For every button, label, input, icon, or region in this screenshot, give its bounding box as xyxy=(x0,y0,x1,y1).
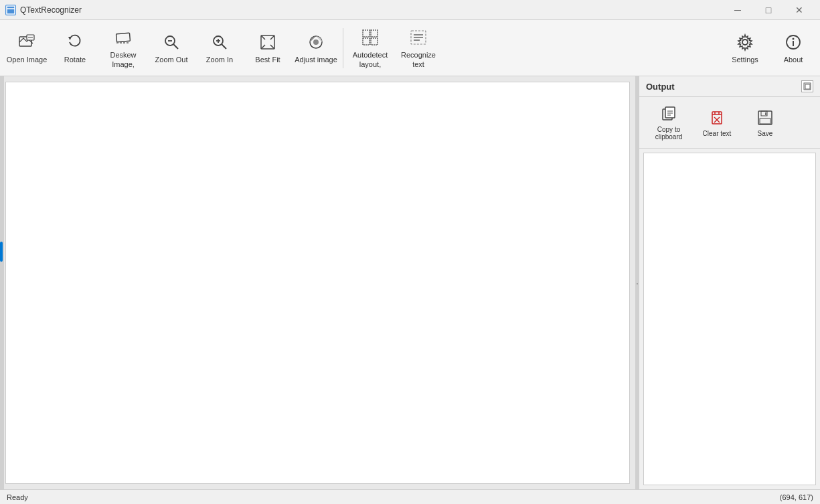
output-float-button[interactable] xyxy=(801,80,813,92)
svg-rect-20 xyxy=(363,38,370,45)
status-text: Ready xyxy=(7,493,28,501)
best-fit-button[interactable]: Best Fit xyxy=(244,23,292,74)
save-button[interactable]: Save xyxy=(741,101,789,144)
output-title: Output xyxy=(646,82,675,92)
toolbar-group-main: Open Image Rotate Deskew Image, xyxy=(3,20,442,76)
zoom-in-label: Zoom In xyxy=(206,56,233,64)
about-icon xyxy=(783,31,804,53)
autodetect-layout-label: Autodetect layout, xyxy=(349,51,392,68)
toolbar-group-right: Settings About xyxy=(721,20,817,76)
best-fit-icon xyxy=(257,31,278,53)
output-textarea[interactable] xyxy=(643,153,816,485)
open-image-button[interactable]: Open Image xyxy=(3,23,51,74)
svg-rect-21 xyxy=(371,38,378,45)
cursor-coords: (694, 617) xyxy=(780,493,813,501)
titlebar: QTextRecognizer ─ □ ✕ xyxy=(0,0,820,20)
recognize-text-button[interactable]: Recognize text xyxy=(394,23,442,74)
scroll-indicator xyxy=(0,242,3,262)
rotate-label: Rotate xyxy=(64,56,86,64)
main-toolbar: Open Image Rotate Deskew Image, xyxy=(0,20,820,76)
minimize-button[interactable]: ─ xyxy=(722,0,753,20)
save-icon xyxy=(756,108,774,127)
statusbar: Ready (694, 617) xyxy=(0,489,820,504)
svg-rect-31 xyxy=(805,84,810,89)
svg-rect-19 xyxy=(371,30,378,37)
deskew-image-icon xyxy=(112,27,134,48)
open-image-label: Open Image xyxy=(7,56,48,64)
svg-point-17 xyxy=(313,39,319,45)
titlebar-left: QTextRecognizer xyxy=(5,5,82,15)
deskew-image-label: Deskew Image, xyxy=(102,51,145,68)
svg-rect-33 xyxy=(665,107,675,118)
zoom-in-icon xyxy=(209,31,230,53)
window-controls: ─ □ ✕ xyxy=(722,0,815,20)
settings-label: Settings xyxy=(732,56,758,64)
output-textarea-area xyxy=(639,149,820,489)
svg-rect-0 xyxy=(7,6,15,14)
app-icon xyxy=(5,5,16,15)
open-image-icon xyxy=(16,31,37,53)
app-title: QTextRecognizer xyxy=(20,5,82,15)
svg-point-26 xyxy=(742,39,748,45)
about-label: About xyxy=(784,56,803,64)
toolbar-separator xyxy=(343,28,343,68)
zoom-in-button[interactable]: Zoom In xyxy=(195,23,244,74)
adjust-image-icon xyxy=(305,31,327,53)
settings-button[interactable]: Settings xyxy=(721,23,769,74)
deskew-image-button[interactable]: Deskew Image, xyxy=(99,23,147,74)
copy-to-clipboard-label: Copy to clipboard xyxy=(645,126,693,141)
svg-rect-45 xyxy=(760,118,770,124)
svg-marker-5 xyxy=(68,37,72,40)
clear-text-icon xyxy=(708,108,726,127)
adjust-image-button[interactable]: Adjust image xyxy=(292,23,340,74)
zoom-out-label: Zoom Out xyxy=(155,56,188,64)
image-canvas xyxy=(5,82,630,484)
recognize-text-label: Recognize text xyxy=(397,51,440,68)
clear-text-label: Clear text xyxy=(703,130,732,137)
output-panel: Output C xyxy=(639,76,820,489)
maximize-button[interactable]: □ xyxy=(753,0,784,20)
zoom-out-icon xyxy=(161,31,182,53)
clear-text-button[interactable]: Clear text xyxy=(693,101,741,144)
left-scrollbar xyxy=(0,76,4,489)
save-label: Save xyxy=(758,130,773,137)
best-fit-label: Best Fit xyxy=(255,56,280,64)
recognize-text-icon xyxy=(408,27,429,48)
svg-rect-18 xyxy=(363,30,370,37)
output-toolbar: Copy to clipboard Clear text xyxy=(639,97,820,149)
copy-to-clipboard-button[interactable]: Copy to clipboard xyxy=(645,101,693,144)
adjust-image-label: Adjust image xyxy=(295,56,337,64)
svg-rect-37 xyxy=(712,112,722,124)
rotate-button[interactable]: Rotate xyxy=(51,23,99,74)
rotate-icon xyxy=(64,31,86,53)
about-button[interactable]: About xyxy=(769,23,817,74)
output-header: Output xyxy=(639,76,820,97)
zoom-out-button[interactable]: Zoom Out xyxy=(147,23,195,74)
svg-point-29 xyxy=(793,37,795,39)
settings-icon xyxy=(734,31,756,53)
svg-line-14 xyxy=(222,44,226,49)
autodetect-layout-icon xyxy=(359,27,381,48)
main-area: ⋮ Output xyxy=(0,76,820,489)
svg-rect-6 xyxy=(116,33,131,42)
close-button[interactable]: ✕ xyxy=(784,0,815,20)
copy-to-clipboard-icon xyxy=(659,104,678,123)
autodetect-layout-button[interactable]: Autodetect layout, xyxy=(346,23,394,74)
image-area[interactable] xyxy=(0,76,635,489)
svg-rect-43 xyxy=(758,111,772,124)
svg-line-10 xyxy=(173,44,178,49)
